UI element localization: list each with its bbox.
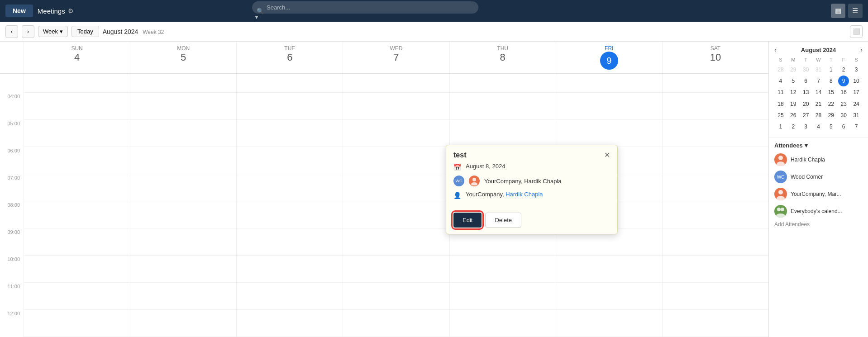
mini-day[interactable]: 11 — [774, 87, 787, 98]
right-sidebar: ‹ August 2024 › S M T W T F S 28 29 30 3… — [768, 42, 868, 337]
event-popup: test ✕ 📅 August 8, 2024 WC YourCompany, … — [446, 145, 618, 234]
attendee-item-hardik[interactable]: Hardik Chapla — [774, 152, 863, 167]
next-button[interactable]: › — [22, 25, 34, 38]
search-icon: 🔍 — [257, 8, 264, 14]
gear-icon[interactable]: ⚙ — [68, 7, 74, 14]
calendar-view-button[interactable]: ▦ — [831, 4, 845, 18]
edit-button[interactable]: Edit — [453, 213, 482, 228]
mini-day[interactable]: 15 — [825, 87, 837, 98]
mini-day[interactable]: 30 — [800, 64, 812, 76]
popup-close-button[interactable]: ✕ — [604, 151, 610, 159]
mini-day[interactable]: 1 — [825, 64, 837, 76]
new-button[interactable]: New — [5, 5, 33, 17]
mini-day[interactable]: 26 — [787, 110, 800, 121]
mini-day[interactable]: 3 — [800, 121, 812, 133]
day-headers: SUN 4 MON 5 TUE 6 WED 7 THU 8 FRI 9 — [0, 42, 768, 74]
time-gutter — [0, 42, 24, 73]
popup-title: test — [453, 151, 466, 159]
mini-day[interactable]: 13 — [800, 87, 812, 98]
mini-day[interactable]: 22 — [825, 99, 837, 110]
svg-point-8 — [471, 182, 477, 185]
mini-day[interactable]: 28 — [812, 110, 825, 121]
main-layout: SUN 4 MON 5 TUE 6 WED 7 THU 8 FRI 9 — [0, 42, 868, 337]
add-attendees-button[interactable]: Add Attendees — [774, 221, 863, 228]
delete-button[interactable]: Delete — [485, 213, 521, 228]
attendees-header[interactable]: Attendees ▾ — [774, 142, 863, 149]
mini-calendar: ‹ August 2024 › S M T W T F S 28 29 30 3… — [769, 42, 868, 138]
svg-point-0 — [778, 156, 783, 160]
attendee-item-woodcorner[interactable]: WC Wood Corner — [774, 170, 863, 184]
mini-calendar-header: ‹ August 2024 › — [774, 46, 863, 53]
mini-day[interactable]: 2 — [787, 121, 800, 133]
mini-day[interactable]: 28 — [774, 64, 787, 76]
calendar-area: SUN 4 MON 5 TUE 6 WED 7 THU 8 FRI 9 — [0, 42, 768, 337]
attendee-item-everybody[interactable]: Everybody's calend... — [774, 204, 863, 218]
today-button[interactable]: Today — [72, 26, 99, 37]
mini-next-button[interactable]: › — [860, 46, 863, 53]
mini-day[interactable]: 6 — [837, 121, 850, 133]
mini-day[interactable]: 3 — [850, 64, 863, 76]
mini-day[interactable]: 24 — [850, 99, 863, 110]
period-label: August 2024 Week 32 — [103, 28, 164, 35]
prev-button[interactable]: ‹ — [5, 25, 18, 38]
attendee-item-mar[interactable]: YourCompany, Mar... — [774, 187, 863, 201]
mini-day[interactable]: 1 — [774, 121, 787, 133]
mini-day[interactable]: 31 — [812, 64, 825, 76]
expand-button[interactable]: ⬜ — [850, 25, 863, 38]
mini-day[interactable]: 12 — [787, 87, 800, 98]
mini-day[interactable]: 8 — [825, 76, 837, 87]
mini-day[interactable]: 14 — [812, 87, 825, 98]
day-header-thu: THU 8 — [449, 42, 556, 73]
attendee-avatar-hardik — [774, 153, 787, 166]
mini-day[interactable]: 21 — [812, 99, 825, 110]
mini-day[interactable]: 10 — [850, 76, 863, 87]
mini-day[interactable]: 29 — [787, 64, 800, 76]
mini-day[interactable]: 20 — [800, 99, 812, 110]
mini-prev-button[interactable]: ‹ — [774, 46, 777, 53]
mini-day[interactable]: 2 — [837, 64, 850, 76]
mini-day[interactable]: 31 — [850, 110, 863, 121]
popup-date: August 8, 2024 — [466, 163, 505, 170]
mini-day[interactable]: 29 — [825, 110, 837, 121]
day-column-wed — [343, 74, 449, 337]
popup-header: test ✕ — [446, 145, 617, 163]
mini-day[interactable]: 7 — [850, 121, 863, 133]
mini-day[interactable]: 5 — [825, 121, 837, 133]
day-column-mon — [130, 74, 236, 337]
mini-day[interactable]: 25 — [774, 110, 787, 121]
mini-day[interactable]: 18 — [774, 99, 787, 110]
mini-day[interactable]: 16 — [837, 87, 850, 98]
svg-point-2 — [778, 190, 783, 195]
search-bar: 🔍 ▼ — [252, 1, 478, 20]
list-view-button[interactable]: ☰ — [848, 4, 863, 18]
popup-body: 📅 August 8, 2024 WC YourCompany, Hardik … — [446, 163, 617, 209]
mini-day[interactable]: 4 — [812, 121, 825, 133]
search-input[interactable] — [252, 1, 478, 14]
mini-day[interactable]: 27 — [800, 110, 812, 121]
week-selector-button[interactable]: Week▾ — [38, 26, 68, 37]
popup-date-row: 📅 August 8, 2024 — [453, 163, 610, 171]
mini-day[interactable]: 7 — [812, 76, 825, 87]
attendee-avatar-everybody — [774, 205, 787, 218]
days-grid: test 07:00 - 08:00 — [24, 74, 768, 337]
search-dropdown-button[interactable]: ▼ — [254, 14, 259, 20]
mini-day[interactable]: 30 — [837, 110, 850, 121]
calendar-scroll[interactable]: 03:00 04:00 05:00 06:00 07:00 08:00 09:0… — [0, 74, 768, 337]
attendee-name-mar: YourCompany, Mar... — [791, 191, 841, 197]
svg-point-3 — [777, 196, 785, 200]
mini-day[interactable]: 23 — [837, 99, 850, 110]
popup-organizer-name: YourCompany, Hardik Chapla — [484, 178, 562, 185]
mini-calendar-days: 28 29 30 31 1 2 3 4 5 6 7 8 9 10 11 12 1… — [774, 64, 863, 133]
mini-day[interactable]: 5 — [787, 76, 800, 87]
day-header-tue: TUE 6 — [236, 42, 343, 73]
mini-day[interactable]: 4 — [774, 76, 787, 87]
time-labels: 03:00 04:00 05:00 06:00 07:00 08:00 09:0… — [0, 74, 24, 337]
mini-day-today[interactable]: 9 — [838, 76, 849, 86]
mini-day[interactable]: 19 — [787, 99, 800, 110]
attendee-link[interactable]: Hardik Chapla — [506, 191, 543, 198]
mini-day[interactable]: 17 — [850, 87, 863, 98]
mini-day[interactable]: 6 — [800, 76, 812, 87]
day-header-fri: FRI 9 — [556, 42, 662, 73]
popup-attendee-row: 👤 YourCompany, Hardik Chapla — [453, 191, 610, 199]
popup-organizer-avatar2 — [469, 176, 480, 186]
